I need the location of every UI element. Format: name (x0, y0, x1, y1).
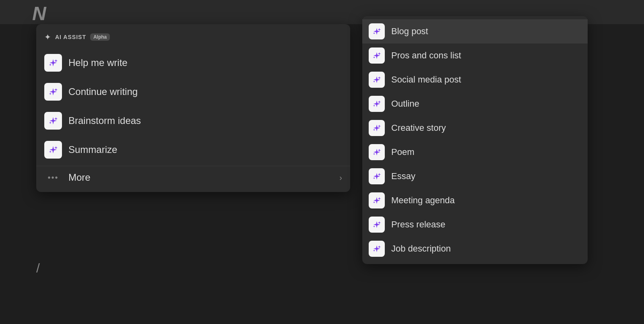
submenu: Blog post Pros and cons list Social medi… (362, 16, 588, 264)
continue-writing-label: Continue writing (68, 86, 138, 97)
more-dots-icon: ••• (44, 173, 62, 182)
more-left-group: ••• More (44, 172, 91, 183)
submenu-item-poem[interactable]: Poem (362, 140, 588, 164)
meeting-agenda-icon-box (369, 192, 385, 208)
job-description-label: Job description (391, 244, 451, 254)
sparkle-icon (48, 58, 58, 68)
sparkle-icon (48, 145, 58, 155)
submenu-item-pros-and-cons[interactable]: Pros and cons list (362, 43, 588, 68)
meeting-agenda-label: Meeting agenda (391, 195, 455, 206)
more-label: More (68, 172, 91, 183)
ai-sparkle-icon: ✦ (44, 32, 51, 42)
menu-item-help-me-write[interactable]: Help me write (36, 48, 350, 77)
sparkle-icon (372, 27, 381, 36)
sparkle-icon (372, 196, 381, 205)
sparkle-icon (48, 116, 58, 126)
help-write-icon-box (44, 54, 62, 72)
job-description-icon-box (369, 241, 385, 257)
poem-label: Poem (391, 147, 414, 157)
summarize-label: Summarize (68, 144, 117, 155)
cursor-line: / (36, 261, 40, 276)
sparkle-icon (372, 244, 381, 253)
sparkle-icon (372, 124, 381, 132)
outline-icon-box (369, 96, 385, 112)
sparkle-icon (372, 148, 381, 157)
submenu-item-press-release[interactable]: Press release (362, 213, 588, 237)
submenu-item-blog-post[interactable]: Blog post (362, 19, 588, 43)
submenu-item-creative-story[interactable]: Creative story (362, 116, 588, 140)
ai-menu-header: ✦ AI ASSIST Alpha (36, 31, 350, 48)
outline-label: Outline (391, 99, 419, 109)
submenu-item-social-media-post[interactable]: Social media post (362, 68, 588, 92)
menu-item-summarize[interactable]: Summarize (36, 135, 350, 164)
menu-item-brainstorm-ideas[interactable]: Brainstorm ideas (36, 106, 350, 135)
blog-post-label: Blog post (391, 26, 428, 37)
submenu-item-essay[interactable]: Essay (362, 164, 588, 188)
essay-icon-box (369, 168, 385, 184)
submenu-item-meeting-agenda[interactable]: Meeting agenda (362, 188, 588, 213)
brainstorm-ideas-label: Brainstorm ideas (68, 115, 141, 126)
blog-post-icon-box (369, 23, 385, 39)
brainstorm-icon-box (44, 112, 62, 130)
ai-assist-title: AI ASSIST (55, 34, 86, 40)
essay-label: Essay (391, 171, 415, 182)
creative-story-icon-box (369, 120, 385, 136)
press-release-icon-box (369, 217, 385, 233)
help-me-write-label: Help me write (68, 57, 128, 68)
logo: N (32, 4, 45, 23)
pros-cons-icon-box (369, 47, 385, 64)
pros-and-cons-label: Pros and cons list (391, 50, 461, 61)
summarize-icon-box (44, 141, 62, 159)
chevron-right-icon: › (339, 173, 342, 182)
sparkle-icon (372, 51, 381, 60)
sparkle-icon (372, 220, 381, 229)
poem-icon-box (369, 144, 385, 160)
submenu-item-job-description[interactable]: Job description (362, 237, 588, 261)
sparkle-icon (372, 75, 381, 84)
sparkle-icon (372, 172, 381, 181)
submenu-item-outline[interactable]: Outline (362, 92, 588, 116)
continue-writing-icon-box (44, 83, 62, 101)
menu-item-continue-writing[interactable]: Continue writing (36, 77, 350, 106)
social-media-icon-box (369, 72, 385, 88)
creative-story-label: Creative story (391, 123, 446, 133)
sparkle-icon (48, 87, 58, 97)
sparkle-icon (372, 99, 381, 108)
menu-item-more[interactable]: ••• More › (36, 166, 350, 189)
press-release-label: Press release (391, 219, 446, 230)
social-media-post-label: Social media post (391, 74, 461, 85)
ai-assist-menu: ✦ AI ASSIST Alpha Help me write Continue… (36, 24, 350, 192)
alpha-badge: Alpha (90, 33, 110, 41)
